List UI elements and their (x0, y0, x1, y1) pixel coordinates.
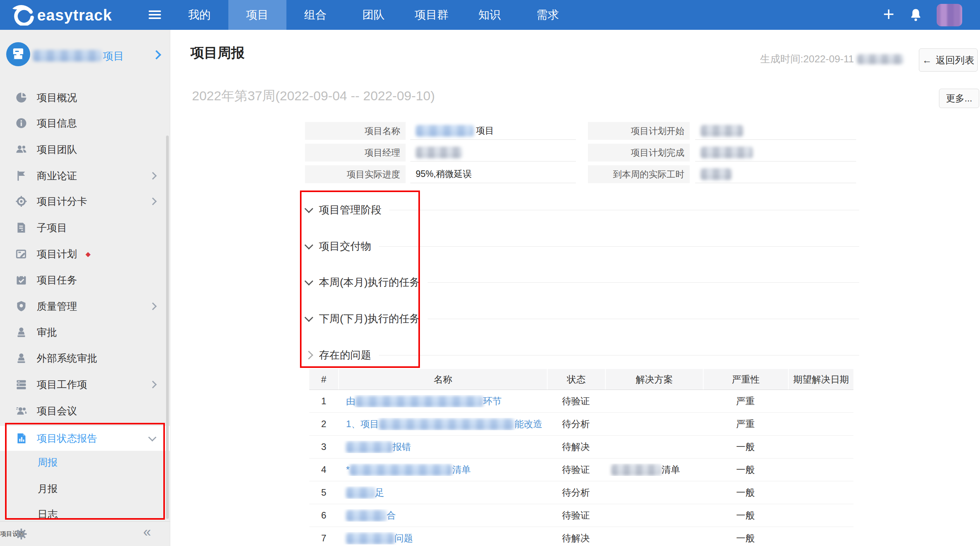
issue-name-redacted (355, 396, 483, 407)
issue-severity: 一般 (703, 532, 788, 544)
issue-status: 待验证 (547, 464, 605, 476)
info-icon (15, 117, 27, 129)
collapse-sidebar-icon[interactable]: « (143, 524, 151, 540)
field-value-project-manager (410, 144, 576, 161)
issue-severity: 一般 (703, 509, 788, 522)
section-divider (428, 282, 859, 283)
tab-team[interactable]: 团队 (344, 0, 403, 30)
field-label-project-name: 项目名称 (305, 122, 406, 140)
field-value-plan-finish (695, 144, 856, 161)
section-management-phase[interactable]: 项目管理阶段 (306, 202, 859, 218)
tab-program[interactable]: 项目群 (403, 0, 461, 30)
tab-knowledge[interactable]: 知识 (461, 0, 519, 30)
issue-name-link[interactable]: 由环节 (338, 395, 547, 408)
section-next-week-tasks[interactable]: 下周(下月)执行的任务 (306, 311, 859, 326)
solution-redacted (611, 464, 661, 476)
issue-status: 待验证 (547, 395, 605, 407)
issue-name-redacted (346, 441, 392, 453)
sidebar-subitem-weekly[interactable]: 周报 (0, 452, 170, 472)
generated-time-redacted (857, 54, 903, 64)
stamp-icon (15, 352, 27, 364)
table-row: 1 由环节 待验证 严重 (309, 390, 853, 413)
project-name-redacted (416, 125, 474, 137)
section-deliverables[interactable]: 项目交付物 (306, 239, 859, 254)
issues-table-header: # 名称 状态 解决方案 严重性 期望解决日期 (309, 369, 853, 390)
chevron-right-icon (305, 351, 314, 360)
sidebar-item-work-items[interactable]: 项目工作项 (0, 373, 170, 396)
plan-start-redacted (701, 125, 743, 137)
issue-severity: 一般 (703, 441, 788, 453)
task-check-icon (15, 274, 27, 286)
field-value-actual-hours (695, 165, 856, 183)
collapse-chevron-icon (148, 433, 156, 441)
stamp-icon (15, 326, 27, 338)
tab-portfolio[interactable]: 组合 (286, 0, 344, 30)
chevron-down-icon (305, 313, 314, 322)
issue-number: 4 (309, 464, 338, 475)
issue-name-link[interactable]: *清单 (338, 464, 547, 476)
sidebar-subitem-monthly[interactable]: 月报 (0, 479, 170, 499)
sidebar-item-subprojects[interactable]: 子项目 (0, 216, 170, 239)
expand-chevron-icon (149, 381, 157, 388)
project-name-suffix: 项目 (103, 49, 124, 63)
issue-name-redacted (346, 510, 387, 522)
pie-chart-icon (15, 92, 27, 103)
table-row: 6 合 待验证 一般 (309, 504, 853, 527)
sidebar-item-quality[interactable]: 质量管理 (0, 295, 170, 318)
document-icon (15, 222, 27, 234)
section-existing-issues[interactable]: 存在的问题 (306, 347, 859, 363)
sidebar-item-overview[interactable]: 项目概况 (0, 86, 170, 109)
chevron-down-icon (305, 277, 314, 286)
sidebar-item-info[interactable]: 项目信息 (0, 112, 170, 134)
sidebar-item-team[interactable]: 项目团队 (0, 138, 170, 161)
project-name-redacted (33, 50, 102, 62)
hamburger-menu-icon[interactable] (149, 9, 161, 21)
table-row: 5 足 待分析 一般 (309, 481, 853, 504)
notifications-bell-icon[interactable] (909, 8, 923, 24)
easytrack-logo[interactable]: easytrack (7, 3, 112, 27)
sidebar-item-tasks[interactable]: 项目任务 (0, 269, 170, 291)
sidebar-item-plan[interactable]: 项目计划 ◆ (0, 243, 170, 265)
gear-icon (15, 528, 27, 540)
col-header-severity: 严重性 (703, 369, 788, 390)
issue-name-link[interactable]: 合 (338, 509, 547, 522)
sidebar-scrollbar[interactable] (166, 136, 169, 519)
user-avatar[interactable] (937, 4, 962, 26)
sidebar-item-business-case[interactable]: 商业论证 (0, 165, 170, 187)
project-switch-chevron-icon[interactable] (152, 50, 161, 59)
issue-name-link[interactable]: 问题 (338, 532, 547, 545)
tab-demand[interactable]: 需求 (519, 0, 577, 30)
report-week-title: 2022年第37周(2022-09-04 -- 2022-09-10) (192, 87, 435, 105)
issue-number: 1 (309, 396, 338, 407)
tab-project[interactable]: 项目 (228, 0, 286, 30)
field-label-plan-finish: 项目计划完成 (588, 144, 690, 161)
sidebar-item-external-approval[interactable]: 外部系统审批 (0, 347, 170, 369)
sidebar-item-scorecard[interactable]: 项目计分卡 (0, 190, 170, 213)
field-label-actual-progress: 项目实际进度 (305, 165, 406, 183)
table-row: 2 1、项目能改造 待分析 严重 (309, 413, 853, 436)
page-title: 项目周报 (190, 44, 245, 62)
weekly-report-panel: 项目周报 生成时间:2022-09-11 ← 返回列表 2022年第37周(20… (170, 30, 980, 546)
issue-status: 待分析 (547, 418, 605, 430)
sidebar-item-status-report[interactable]: 项目状态报告 (0, 426, 170, 451)
issue-name-link[interactable]: 足 (338, 486, 547, 499)
list-stack-icon (15, 379, 27, 390)
avatar-redacted (937, 4, 962, 26)
section-divider (389, 210, 859, 210)
project-sidebar: 项目 项目概况 项目信息 项目团队 商业论证 项目计分卡 子项目 项目计划 ◆ … (0, 30, 170, 546)
issue-name-link[interactable]: 1、项目能改造 (338, 418, 547, 431)
back-to-list-button[interactable]: ← 返回列表 (919, 48, 978, 72)
section-divider (428, 319, 859, 319)
section-divider (379, 246, 859, 247)
project-switcher[interactable]: 项目 (0, 41, 170, 70)
issue-name-link[interactable]: 报错 (338, 441, 547, 453)
more-button[interactable]: 更多... (939, 89, 979, 108)
sidebar-item-settings[interactable]: 项目设置 « (0, 521, 170, 546)
top-nav-bar: easytrack 我的 项目 组合 团队 项目群 知识 需求 + (0, 0, 980, 30)
create-plus-button[interactable]: + (877, 0, 900, 30)
tab-my[interactable]: 我的 (170, 0, 228, 30)
sidebar-item-meetings[interactable]: 项目会议 (0, 400, 170, 422)
generated-time: 生成时间:2022-09-11 (760, 52, 903, 66)
section-this-week-tasks[interactable]: 本周(本月)执行的任务 (306, 275, 859, 290)
sidebar-item-approval[interactable]: 审批 (0, 321, 170, 343)
